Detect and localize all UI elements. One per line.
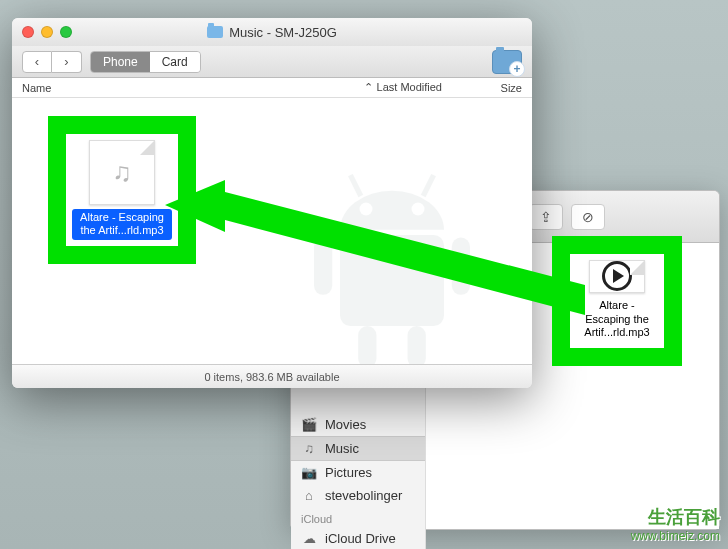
- dogear-icon: [630, 261, 644, 275]
- highlight-destination: ♫ Altare - Escaping the Artif...rld.mp3: [48, 116, 196, 264]
- chevron-right-icon: ›: [64, 54, 68, 69]
- watermark-line2: www.bimeiz.com: [631, 529, 720, 543]
- svg-line-7: [350, 175, 360, 196]
- home-icon: ⌂: [301, 488, 317, 503]
- svg-line-8: [423, 175, 433, 196]
- svg-rect-3: [358, 326, 376, 364]
- tags-icon[interactable]: ⊘: [571, 204, 605, 230]
- watermark: 生活百科 www.bimeiz.com: [631, 505, 720, 543]
- toolbar-front: ‹ › Phone Card: [12, 46, 532, 78]
- sidebar-item-icloud-drive[interactable]: ☁ iCloud Drive: [291, 527, 425, 549]
- file-name: Altare - Escaping the Artif...rld.mp3: [576, 297, 658, 342]
- svg-rect-0: [340, 235, 444, 326]
- sort-caret-icon: ⌃: [364, 81, 373, 94]
- chevron-left-icon: ‹: [35, 54, 39, 69]
- file-thumbnail: [589, 260, 645, 293]
- status-bar: 0 items, 983.6 MB available: [12, 364, 532, 388]
- col-name[interactable]: Name: [22, 82, 312, 94]
- play-icon: [602, 261, 632, 291]
- music-note-icon: ♫: [112, 157, 132, 188]
- file-name-selected[interactable]: Altare - Escaping the Artif...rld.mp3: [72, 209, 172, 241]
- sidebar-item-movies[interactable]: 🎬 Movies: [291, 413, 425, 436]
- file-item-source[interactable]: Altare - Escaping the Artif...rld.mp3: [576, 260, 658, 342]
- share-icon[interactable]: ⇪: [529, 204, 563, 230]
- sidebar-item-home[interactable]: ⌂ stevebolinger: [291, 484, 425, 507]
- pictures-icon: 📷: [301, 465, 317, 480]
- forward-button[interactable]: ›: [52, 51, 82, 73]
- file-thumbnail: ♫: [89, 140, 155, 205]
- titlebar[interactable]: Music - SM-J250G: [12, 18, 532, 46]
- movies-icon: 🎬: [301, 417, 317, 432]
- col-modified-label: Last Modified: [377, 81, 442, 94]
- watermark-line1: 生活百科: [631, 505, 720, 529]
- tab-card[interactable]: Card: [150, 52, 200, 72]
- cloud-icon: ☁: [301, 531, 317, 546]
- android-watermark-icon: [262, 144, 522, 364]
- music-icon: ♫: [301, 441, 317, 456]
- dogear-icon: [140, 141, 154, 155]
- sidebar-item-label: stevebolinger: [325, 488, 402, 503]
- sidebar-item-label: Pictures: [325, 465, 372, 480]
- sidebar-item-label: Movies: [325, 417, 366, 432]
- svg-point-5: [360, 203, 373, 216]
- sidebar-item-label: Music: [325, 441, 359, 456]
- sidebar-item-pictures[interactable]: 📷 Pictures: [291, 461, 425, 484]
- sidebar-item-label: iCloud Drive: [325, 531, 396, 546]
- new-folder-button[interactable]: [492, 50, 522, 74]
- folder-icon: [207, 26, 223, 38]
- sidebar-section-icloud: iCloud: [291, 507, 425, 527]
- storage-tabs: Phone Card: [90, 51, 201, 73]
- sidebar-item-music[interactable]: ♫ Music: [291, 436, 425, 461]
- svg-point-6: [412, 203, 425, 216]
- window-title-front: Music - SM-J250G: [12, 25, 532, 40]
- column-headers: Name ⌃ Last Modified Size: [12, 78, 532, 98]
- col-size[interactable]: Size: [462, 82, 522, 94]
- svg-rect-2: [452, 238, 470, 295]
- file-item-destination[interactable]: ♫ Altare - Escaping the Artif...rld.mp3: [72, 140, 172, 240]
- svg-rect-1: [314, 238, 332, 295]
- svg-rect-4: [408, 326, 426, 364]
- tab-phone[interactable]: Phone: [91, 52, 150, 72]
- nav-buttons: ‹ ›: [22, 51, 82, 73]
- status-text: 0 items, 983.6 MB available: [204, 371, 339, 383]
- highlight-source: Altare - Escaping the Artif...rld.mp3: [552, 236, 682, 366]
- window-title-text: Music - SM-J250G: [229, 25, 337, 40]
- col-modified[interactable]: ⌃ Last Modified: [312, 81, 462, 94]
- back-button[interactable]: ‹: [22, 51, 52, 73]
